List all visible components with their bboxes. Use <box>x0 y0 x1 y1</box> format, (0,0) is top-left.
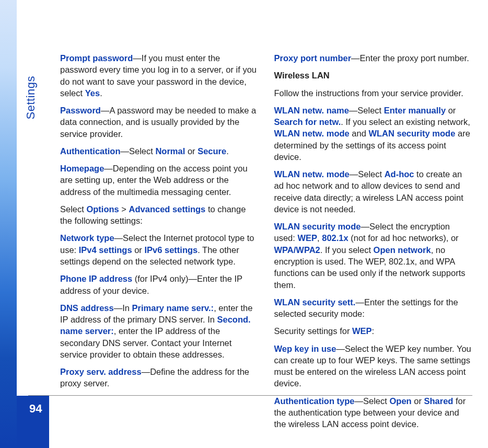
hl-normal: Normal <box>155 146 185 156</box>
hl-wlan-netw-mode: WLAN netw. mode <box>274 169 350 179</box>
hl-ad-hoc: Ad-hoc <box>385 169 414 179</box>
hl-shared: Shared <box>424 396 453 406</box>
hl-password: Password <box>60 106 101 115</box>
para-security-settings-wep: Security settings for WEP: <box>274 325 473 337</box>
page: Settings 94 Prompt password—If you must … <box>0 0 488 448</box>
hl-wep: WEP <box>297 233 317 243</box>
hl-prompt-password: Prompt password <box>60 53 133 63</box>
text: or <box>446 106 456 115</box>
hl-advanced-settings: Advanced settings <box>129 204 206 214</box>
text: —Select <box>355 396 390 406</box>
para-phone-ip: Phone IP address (for IPv4 only)—Enter t… <box>60 273 259 296</box>
text: Security settings for <box>274 326 352 336</box>
text: or <box>412 396 424 406</box>
para-password: Password—A password may be needed to mak… <box>60 105 259 140</box>
para-proxy-serv-address: Proxy serv. address—Define the address f… <box>60 366 259 389</box>
para-homepage: Homepage—Depending on the access point y… <box>60 163 259 198</box>
hl-network-type: Network type <box>60 233 114 243</box>
para-authentication-type: Authentication type—Select Open or Share… <box>274 395 473 430</box>
hl-wlan-security-mode-inline: WLAN security mode <box>368 129 455 138</box>
hl-ipv4-settings: IPv4 settings <box>79 245 132 255</box>
hl-proxy-serv-address: Proxy serv. address <box>60 367 142 376</box>
text: —Enter the proxy port number. <box>351 53 469 63</box>
text: > <box>119 204 129 214</box>
section-label: Settings <box>23 76 39 120</box>
para-wlan-netw-mode: WLAN netw. mode—Select Ad-hoc to create … <box>274 168 473 215</box>
text: and <box>350 129 369 138</box>
text: —In <box>114 303 132 313</box>
text: (not for ad hoc networks), or <box>348 233 459 243</box>
hl-search-for-netw: Search for netw. <box>274 117 341 127</box>
hl-primary-name-serv: Primary name serv.: <box>132 303 214 313</box>
para-network-type: Network type—Select the Internet protoco… <box>60 232 259 267</box>
para-wlan-security-sett: WLAN security sett.—Enter the settings f… <box>274 296 473 320</box>
hl-wlan-security-sett: WLAN security sett. <box>274 297 356 307</box>
hl-wlan-netw-mode-inline: WLAN netw. mode <box>274 129 350 138</box>
text: —Select <box>349 106 384 115</box>
text: . <box>226 146 229 156</box>
text: —Select <box>121 146 156 156</box>
hl-authentication: Authentication <box>60 146 121 156</box>
para-wlan-netw-name: WLAN netw. name—Select Enter manually or… <box>274 105 473 163</box>
hl-dns-address: DNS address <box>60 303 114 313</box>
para-select-options: Select Options > Advanced settings to ch… <box>60 203 259 227</box>
hl-proxy-port-number: Proxy port number <box>274 53 352 63</box>
hl-yes: Yes <box>85 88 100 98</box>
para-authentication: Authentication—Select Normal or Secure. <box>60 145 259 157</box>
hl-8021x: 802.1x <box>322 233 348 243</box>
para-follow-instructions: Follow the instructions from your servic… <box>274 87 473 99</box>
text: . <box>100 88 102 98</box>
page-number: 94 <box>29 401 42 417</box>
text: : <box>372 326 375 336</box>
text: . If you select an existing network, <box>341 117 470 127</box>
bold-wireless-lan: Wireless LAN <box>274 71 330 80</box>
hl-open: Open <box>389 396 411 406</box>
text: or <box>185 146 197 156</box>
hl-wep-key-in-use: Wep key in use <box>274 344 336 353</box>
hl-authentication-type: Authentication type <box>274 396 355 406</box>
para-wlan-security-mode: WLAN security mode—Select the encryption… <box>274 221 473 291</box>
hl-homepage: Homepage <box>60 164 104 173</box>
para-wep-key-in-use: Wep key in use—Select the WEP key number… <box>274 343 473 389</box>
text: Follow the instructions from your servic… <box>274 88 463 98</box>
gradient-side-bar <box>0 0 17 448</box>
hl-enter-manually: Enter manually <box>384 106 446 115</box>
left-column: Prompt password—If you must enter the pa… <box>60 52 259 411</box>
hl-options: Options <box>86 204 119 214</box>
para-prompt-password: Prompt password—If you must enter the pa… <box>60 52 259 99</box>
hl-wlan-netw-name: WLAN netw. name <box>274 106 349 115</box>
hl-wpa-wpa2: WPA/WPA2 <box>274 245 320 255</box>
heading-wireless-lan: Wireless LAN <box>274 70 473 81</box>
text: —Select <box>350 169 385 179</box>
hl-wlan-security-mode: WLAN security mode <box>274 222 361 231</box>
hl-ipv6-settings: IPv6 settings <box>144 245 197 255</box>
text: . If you select <box>320 245 374 255</box>
hl-open-network: Open network <box>374 245 431 255</box>
text: or <box>132 245 145 255</box>
text: , <box>317 233 322 243</box>
two-column-content: Prompt password—If you must enter the pa… <box>60 52 472 411</box>
para-dns-address: DNS address—In Primary name serv.:, ente… <box>60 302 259 360</box>
hl-phone-ip-address: Phone IP address <box>60 274 132 283</box>
text: Select <box>60 204 86 214</box>
hl-wep-2: WEP <box>352 326 372 336</box>
para-proxy-port-number: Proxy port number—Enter the proxy port n… <box>274 52 473 64</box>
hl-secure: Secure <box>197 146 226 156</box>
right-column: Proxy port number—Enter the proxy port n… <box>274 52 473 411</box>
